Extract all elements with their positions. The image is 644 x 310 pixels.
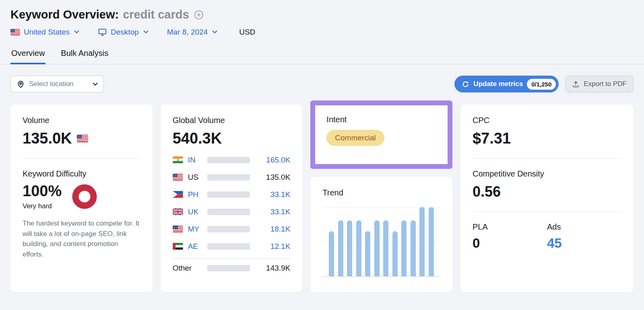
country-volume-value: 135.0K bbox=[266, 173, 290, 182]
intent-card: Intent Commercial bbox=[315, 105, 448, 156]
trend-bar bbox=[338, 220, 343, 276]
other-volume-bar bbox=[207, 265, 250, 271]
trend-title: Trend bbox=[322, 188, 440, 197]
tab-bulk-analysis[interactable]: Bulk Analysis bbox=[60, 46, 109, 64]
trend-chart bbox=[322, 207, 440, 277]
ae-flag-icon bbox=[173, 243, 183, 250]
country-code-link[interactable]: MY bbox=[188, 225, 207, 234]
device-dropdown[interactable]: Desktop bbox=[98, 27, 149, 37]
divider bbox=[473, 158, 621, 159]
pla-value: 0 bbox=[473, 236, 547, 251]
keyword-difficulty-label: Very hard bbox=[23, 202, 62, 210]
export-icon bbox=[572, 80, 580, 88]
device-dropdown-label: Desktop bbox=[111, 28, 139, 37]
ads-value[interactable]: 45 bbox=[547, 236, 621, 251]
trend-bar bbox=[429, 207, 434, 276]
divider bbox=[23, 158, 140, 159]
global-volume-row: MY18.1K bbox=[173, 220, 291, 238]
export-to-pdf-button[interactable]: Export to PDF bbox=[565, 76, 634, 92]
select-location-dropdown[interactable]: Select location bbox=[10, 76, 104, 92]
country-volume-value[interactable]: 18.1K bbox=[270, 225, 291, 234]
cpc-title: CPC bbox=[473, 116, 621, 125]
trend-bar bbox=[392, 231, 398, 276]
country-code-link[interactable]: UK bbox=[188, 207, 207, 216]
filter-bar: United States Desktop Mar 8, 2024 USD bbox=[10, 27, 634, 37]
trend-bar bbox=[383, 220, 388, 276]
global-volume-row: AE12.1K bbox=[173, 238, 291, 255]
us-flag-icon bbox=[77, 135, 88, 142]
intent-highlight-box: Intent Commercial bbox=[310, 101, 452, 169]
desktop-icon bbox=[98, 27, 107, 37]
volume-title: Volume bbox=[23, 116, 140, 125]
update-metrics-label: Update metrics bbox=[473, 80, 523, 88]
tab-overview[interactable]: Overview bbox=[10, 46, 45, 64]
trend-bar bbox=[411, 220, 416, 276]
trend-card: Trend bbox=[310, 177, 452, 292]
keyword-difficulty-description: The hardest keyword to compete for. It w… bbox=[23, 218, 140, 259]
volume-value: 135.0K bbox=[23, 130, 72, 147]
chevron-down-icon bbox=[212, 30, 217, 34]
intent-title: Intent bbox=[326, 115, 436, 124]
refresh-icon bbox=[462, 80, 469, 88]
chevron-down-icon bbox=[143, 30, 149, 34]
update-metrics-button[interactable]: Update metrics 0/1,250 bbox=[454, 76, 559, 92]
date-dropdown[interactable]: Mar 8, 2024 bbox=[167, 28, 217, 37]
trend-bar bbox=[365, 231, 370, 276]
trend-bar bbox=[347, 220, 352, 276]
select-location-label: Select location bbox=[29, 80, 74, 88]
intent-trend-column: Intent Commercial Trend bbox=[310, 105, 452, 292]
other-volume-value: 143.9K bbox=[266, 264, 290, 273]
divider bbox=[473, 211, 621, 212]
ph-flag-icon bbox=[173, 191, 183, 198]
country-code-link[interactable]: IN bbox=[188, 156, 207, 164]
location-pin-icon bbox=[17, 80, 25, 88]
add-keyword-icon[interactable] bbox=[194, 10, 204, 20]
country-volume-value[interactable]: 12.1K bbox=[270, 242, 291, 251]
page-keyword: credit cards bbox=[123, 8, 189, 21]
location-dropdown[interactable]: United States bbox=[10, 28, 79, 37]
country-code-link: US bbox=[188, 173, 207, 182]
global-volume-rows: IN165.0KUS135.0KPH33.1KUK33.1KMY18.1KAE1… bbox=[173, 151, 291, 255]
country-volume-value[interactable]: 33.1K bbox=[270, 207, 291, 216]
country-volume-value[interactable]: 165.0K bbox=[266, 156, 290, 164]
intent-badge[interactable]: Commercial bbox=[326, 130, 384, 146]
global-volume-value: 540.3K bbox=[173, 130, 222, 147]
trend-bar bbox=[374, 220, 380, 276]
location-dropdown-label: United States bbox=[24, 28, 70, 37]
country-volume-bar bbox=[207, 191, 250, 198]
us-flag-icon bbox=[10, 29, 20, 35]
trend-bars bbox=[322, 207, 440, 276]
global-volume-title: Global Volume bbox=[173, 116, 291, 125]
keyword-difficulty-value: 100% bbox=[23, 183, 62, 200]
other-label: Other bbox=[173, 264, 207, 273]
global-volume-row: UK33.1K bbox=[173, 203, 291, 220]
competitive-density-title: Competitive Density bbox=[473, 169, 621, 179]
tab-bar: Overview Bulk Analysis bbox=[0, 46, 644, 64]
trend-bar bbox=[419, 207, 425, 276]
country-volume-value[interactable]: 33.1K bbox=[270, 190, 291, 199]
country-volume-bar bbox=[207, 174, 250, 181]
page-title: Keyword Overview: bbox=[10, 8, 119, 21]
cpc-card: CPC $7.31 Competitive Density 0.56 PLA 0… bbox=[460, 105, 634, 292]
trend-bar bbox=[401, 220, 407, 276]
global-volume-row: US135.0K bbox=[173, 168, 291, 186]
volume-card: Volume 135.0K Keyword Difficulty 100% Ve… bbox=[10, 105, 153, 292]
uk-flag-icon bbox=[173, 208, 183, 215]
page-header: Keyword Overview: credit cards bbox=[10, 0, 634, 21]
in-flag-icon bbox=[173, 156, 183, 163]
country-code-link[interactable]: PH bbox=[188, 190, 207, 199]
country-volume-bar bbox=[207, 226, 250, 232]
toolbar: Select location Update metrics 0/1,250 bbox=[10, 76, 634, 92]
global-volume-row: PH33.1K bbox=[173, 186, 291, 203]
global-volume-other-row: Other 143.9K bbox=[173, 259, 291, 278]
trend-bar bbox=[356, 220, 361, 276]
my-flag-icon bbox=[173, 226, 183, 232]
global-volume-row: IN165.0K bbox=[173, 151, 291, 168]
keyword-difficulty-title: Keyword Difficulty bbox=[23, 169, 140, 179]
currency-label: USD bbox=[239, 28, 255, 37]
global-volume-card: Global Volume 540.3K IN165.0KUS135.0KPH3… bbox=[161, 105, 303, 292]
country-code-link[interactable]: AE bbox=[188, 242, 207, 251]
export-to-pdf-label: Export to PDF bbox=[584, 80, 627, 88]
cpc-value: $7.31 bbox=[473, 130, 511, 147]
kd-donut bbox=[72, 184, 97, 209]
